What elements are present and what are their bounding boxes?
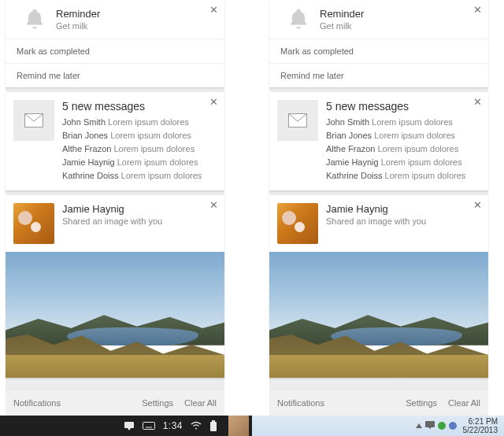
- reminder-subtitle: Get milk: [56, 21, 217, 31]
- svg-rect-9: [212, 420, 215, 422]
- shared-image: [6, 252, 224, 378]
- message-row: Brian Jones Lorem ipsum dolores: [62, 129, 215, 142]
- taskbar-chromeos[interactable]: 1:34: [0, 416, 252, 436]
- battery-icon[interactable]: [209, 420, 217, 431]
- message-row: Jamie Haynig Lorem ipsum dolores: [326, 156, 479, 169]
- mark-completed-button[interactable]: Mark as completed: [269, 39, 488, 64]
- message-row: Kathrine Doiss Lorem ipsum dolores: [62, 169, 215, 183]
- clear-all-button[interactable]: Clear All: [448, 398, 480, 408]
- close-icon[interactable]: ✕: [473, 5, 482, 15]
- close-icon[interactable]: ✕: [473, 200, 482, 210]
- notifications-tray-icon[interactable]: [425, 421, 435, 430]
- share-subtitle: Shared an image with you: [62, 216, 162, 226]
- status-icon[interactable]: [449, 422, 457, 430]
- message-row: John Smith Lorem ipsum dolores: [62, 116, 215, 129]
- settings-button[interactable]: Settings: [142, 398, 173, 408]
- reminder-card: ✕ Reminder Get milk Mark as completed Re…: [6, 0, 224, 87]
- system-tray[interactable]: [416, 421, 457, 430]
- svg-rect-1: [124, 422, 134, 428]
- avatar: [13, 203, 54, 244]
- svg-point-8: [195, 428, 197, 430]
- notifications-label: Notifications: [277, 398, 324, 408]
- message-row: Brian Jones Lorem ipsum dolores: [326, 129, 479, 142]
- messages-card[interactable]: ✕ 5 new messages John Smith Lorem ipsum …: [269, 92, 488, 190]
- taskbar-clock[interactable]: 6:21 PM 5/22/2013: [463, 417, 498, 434]
- shared-image: [269, 252, 488, 378]
- clear-all-button[interactable]: Clear All: [184, 398, 217, 408]
- reminder-subtitle: Get milk: [320, 21, 480, 31]
- image-share-card[interactable]: ✕ Jamie Haynig Shared an image with you: [269, 195, 488, 378]
- messages-title: 5 new messages: [62, 100, 215, 113]
- svg-rect-10: [210, 422, 217, 431]
- wifi-icon[interactable]: [191, 421, 202, 430]
- status-icon[interactable]: [438, 422, 446, 430]
- mark-completed-button[interactable]: Mark as completed: [6, 39, 224, 64]
- share-subtitle: Shared an image with you: [326, 216, 426, 226]
- mail-icon: [277, 100, 318, 141]
- close-icon[interactable]: ✕: [209, 5, 218, 15]
- message-row: Althe Frazon Lorem ipsum dolores: [62, 142, 215, 156]
- close-icon[interactable]: ✕: [209, 97, 218, 107]
- notifications-tray-icon[interactable]: [124, 421, 135, 430]
- share-name: Jamie Haynig: [326, 203, 426, 215]
- taskbar-clock[interactable]: 1:34: [163, 420, 183, 431]
- reminder-card: ✕ Reminder Get milk Mark as completed Re…: [269, 0, 488, 87]
- close-icon[interactable]: ✕: [473, 97, 482, 107]
- message-row: Kathrine Doiss Lorem ipsum dolores: [326, 169, 479, 183]
- message-row: Jamie Haynig Lorem ipsum dolores: [62, 156, 215, 169]
- avatar: [277, 203, 318, 244]
- panel-footer: Notifications Settings Clear All: [269, 389, 488, 416]
- notification-list: ✕ Reminder Get milk Mark as completed Re…: [269, 0, 488, 389]
- taskbar-windows[interactable]: 6:21 PM 5/22/2013: [252, 416, 504, 436]
- notification-center-chromeos: ✕ Reminder Get milk Mark as completed Re…: [6, 0, 224, 416]
- remind-later-button[interactable]: Remind me later: [6, 64, 224, 87]
- remind-later-button[interactable]: Remind me later: [269, 64, 488, 87]
- mail-icon: [13, 100, 54, 141]
- share-name: Jamie Haynig: [62, 203, 162, 215]
- messages-card[interactable]: ✕ 5 new messages John Smith Lorem ipsum …: [6, 92, 224, 190]
- message-row: John Smith Lorem ipsum dolores: [326, 116, 479, 129]
- reminder-title: Reminder: [320, 8, 480, 20]
- close-icon[interactable]: ✕: [209, 200, 218, 210]
- tray-overflow-icon[interactable]: [416, 423, 422, 428]
- bell-icon: [13, 6, 56, 31]
- settings-button[interactable]: Settings: [406, 398, 437, 408]
- message-row: Althe Frazon Lorem ipsum dolores: [326, 142, 479, 156]
- reminder-title: Reminder: [56, 8, 217, 20]
- notification-list: ✕ Reminder Get milk Mark as completed Re…: [6, 0, 224, 389]
- panel-footer: Notifications Settings Clear All: [6, 389, 224, 416]
- notifications-label: Notifications: [13, 398, 61, 408]
- notification-center-windows: ✕ Reminder Get milk Mark as completed Re…: [269, 0, 488, 416]
- bell-icon: [277, 6, 320, 31]
- image-share-card[interactable]: ✕ Jamie Haynig Shared an image with you: [6, 195, 224, 378]
- keyboard-icon[interactable]: [143, 422, 155, 430]
- svg-rect-2: [143, 423, 154, 430]
- svg-rect-12: [425, 421, 435, 427]
- messages-title: 5 new messages: [326, 100, 479, 113]
- user-avatar[interactable]: [228, 416, 249, 436]
